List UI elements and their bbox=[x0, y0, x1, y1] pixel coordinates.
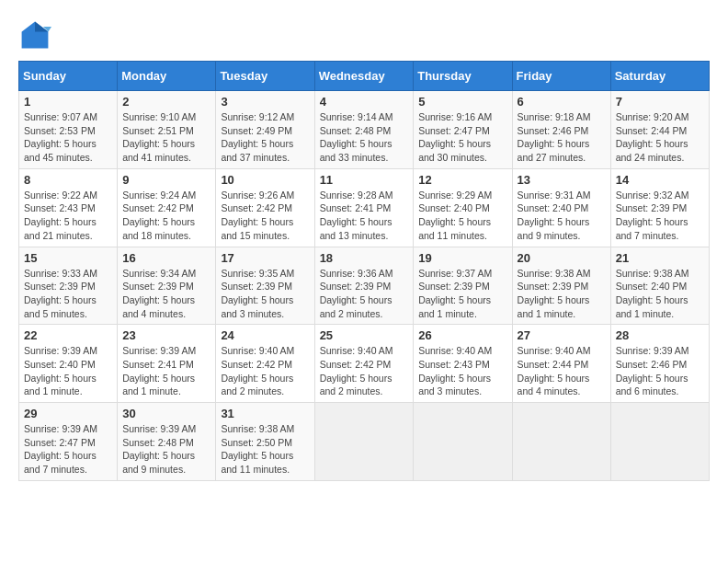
day-number: 21 bbox=[616, 251, 704, 265]
day-info: Sunrise: 9:31 AM Sunset: 2:40 PM Dayligh… bbox=[518, 189, 606, 243]
day-info: Sunrise: 9:26 AM Sunset: 2:42 PM Dayligh… bbox=[221, 189, 309, 243]
day-number: 26 bbox=[418, 328, 506, 342]
day-info: Sunrise: 9:07 AM Sunset: 2:53 PM Dayligh… bbox=[24, 110, 112, 165]
logo bbox=[18, 18, 55, 52]
day-info: Sunrise: 9:14 AM Sunset: 2:48 PM Dayligh… bbox=[320, 110, 409, 165]
day-info: Sunrise: 9:28 AM Sunset: 2:41 PM Dayligh… bbox=[320, 189, 409, 243]
day-number: 2 bbox=[122, 95, 210, 109]
day-number: 25 bbox=[320, 328, 409, 342]
day-number: 10 bbox=[221, 173, 309, 187]
day-info: Sunrise: 9:39 AM Sunset: 2:47 PM Dayligh… bbox=[24, 422, 112, 477]
day-info: Sunrise: 9:10 AM Sunset: 2:51 PM Dayligh… bbox=[122, 110, 210, 165]
day-cell: 13Sunrise: 9:31 AM Sunset: 2:40 PM Dayli… bbox=[512, 168, 610, 247]
day-info: Sunrise: 9:36 AM Sunset: 2:39 PM Dayligh… bbox=[320, 267, 409, 321]
day-info: Sunrise: 9:35 AM Sunset: 2:39 PM Dayligh… bbox=[221, 267, 309, 321]
day-info: Sunrise: 9:33 AM Sunset: 2:39 PM Dayligh… bbox=[24, 267, 112, 321]
day-cell: 1Sunrise: 9:07 AM Sunset: 2:53 PM Daylig… bbox=[19, 91, 118, 169]
day-cell: 16Sunrise: 9:34 AM Sunset: 2:39 PM Dayli… bbox=[118, 247, 216, 325]
page-header bbox=[18, 18, 710, 52]
logo-icon bbox=[18, 18, 51, 52]
day-cell: 11Sunrise: 9:28 AM Sunset: 2:41 PM Dayli… bbox=[314, 168, 414, 247]
day-cell: 23Sunrise: 9:39 AM Sunset: 2:41 PM Dayli… bbox=[118, 325, 216, 403]
day-cell: 18Sunrise: 9:36 AM Sunset: 2:39 PM Dayli… bbox=[314, 247, 414, 325]
day-cell: 24Sunrise: 9:40 AM Sunset: 2:42 PM Dayli… bbox=[216, 325, 314, 403]
day-cell: 7Sunrise: 9:20 AM Sunset: 2:44 PM Daylig… bbox=[610, 91, 709, 169]
day-cell: 19Sunrise: 9:37 AM Sunset: 2:39 PM Dayli… bbox=[414, 247, 512, 325]
day-number: 23 bbox=[122, 328, 210, 342]
day-cell bbox=[314, 403, 414, 481]
day-cell: 12Sunrise: 9:29 AM Sunset: 2:40 PM Dayli… bbox=[414, 168, 512, 247]
day-cell bbox=[512, 403, 610, 481]
day-info: Sunrise: 9:22 AM Sunset: 2:43 PM Dayligh… bbox=[24, 189, 112, 243]
day-number: 31 bbox=[221, 407, 309, 420]
day-number: 30 bbox=[122, 407, 210, 420]
day-cell: 9Sunrise: 9:24 AM Sunset: 2:42 PM Daylig… bbox=[118, 168, 216, 247]
col-header-monday: Monday bbox=[118, 62, 216, 91]
day-cell: 6Sunrise: 9:18 AM Sunset: 2:46 PM Daylig… bbox=[512, 91, 610, 169]
column-headers: SundayMondayTuesdayWednesdayThursdayFrid… bbox=[19, 62, 710, 91]
day-info: Sunrise: 9:39 AM Sunset: 2:40 PM Dayligh… bbox=[24, 344, 112, 398]
day-info: Sunrise: 9:38 AM Sunset: 2:50 PM Dayligh… bbox=[221, 422, 309, 477]
day-cell bbox=[414, 403, 512, 481]
day-cell: 29Sunrise: 9:39 AM Sunset: 2:47 PM Dayli… bbox=[19, 403, 118, 481]
day-number: 9 bbox=[122, 173, 210, 187]
day-info: Sunrise: 9:40 AM Sunset: 2:43 PM Dayligh… bbox=[418, 344, 506, 398]
col-header-thursday: Thursday bbox=[414, 62, 512, 91]
week-row-4: 22Sunrise: 9:39 AM Sunset: 2:40 PM Dayli… bbox=[19, 325, 710, 403]
day-number: 15 bbox=[24, 251, 112, 265]
day-info: Sunrise: 9:18 AM Sunset: 2:46 PM Dayligh… bbox=[518, 110, 606, 165]
day-cell: 30Sunrise: 9:39 AM Sunset: 2:48 PM Dayli… bbox=[118, 403, 216, 481]
day-number: 29 bbox=[24, 407, 112, 420]
day-info: Sunrise: 9:39 AM Sunset: 2:48 PM Dayligh… bbox=[122, 422, 210, 477]
day-number: 4 bbox=[320, 95, 409, 109]
col-header-sunday: Sunday bbox=[19, 62, 118, 91]
day-info: Sunrise: 9:12 AM Sunset: 2:49 PM Dayligh… bbox=[221, 110, 309, 165]
day-info: Sunrise: 9:38 AM Sunset: 2:39 PM Dayligh… bbox=[518, 267, 606, 321]
day-info: Sunrise: 9:24 AM Sunset: 2:42 PM Dayligh… bbox=[122, 189, 210, 243]
day-number: 17 bbox=[221, 251, 309, 265]
week-row-1: 1Sunrise: 9:07 AM Sunset: 2:53 PM Daylig… bbox=[19, 91, 710, 169]
day-info: Sunrise: 9:39 AM Sunset: 2:46 PM Dayligh… bbox=[616, 344, 704, 398]
day-cell: 8Sunrise: 9:22 AM Sunset: 2:43 PM Daylig… bbox=[19, 168, 118, 247]
day-cell: 15Sunrise: 9:33 AM Sunset: 2:39 PM Dayli… bbox=[19, 247, 118, 325]
day-number: 18 bbox=[320, 251, 409, 265]
day-number: 6 bbox=[518, 95, 606, 109]
day-info: Sunrise: 9:29 AM Sunset: 2:40 PM Dayligh… bbox=[418, 189, 506, 243]
day-cell: 2Sunrise: 9:10 AM Sunset: 2:51 PM Daylig… bbox=[118, 91, 216, 169]
day-cell: 27Sunrise: 9:40 AM Sunset: 2:44 PM Dayli… bbox=[512, 325, 610, 403]
day-number: 16 bbox=[122, 251, 210, 265]
day-number: 7 bbox=[616, 95, 704, 109]
day-cell: 14Sunrise: 9:32 AM Sunset: 2:39 PM Dayli… bbox=[610, 168, 709, 247]
day-number: 1 bbox=[24, 95, 112, 109]
day-cell: 26Sunrise: 9:40 AM Sunset: 2:43 PM Dayli… bbox=[414, 325, 512, 403]
day-number: 28 bbox=[616, 328, 704, 342]
day-number: 12 bbox=[418, 173, 506, 187]
day-number: 22 bbox=[24, 328, 112, 342]
day-cell: 25Sunrise: 9:40 AM Sunset: 2:42 PM Dayli… bbox=[314, 325, 414, 403]
week-row-3: 15Sunrise: 9:33 AM Sunset: 2:39 PM Dayli… bbox=[19, 247, 710, 325]
day-info: Sunrise: 9:37 AM Sunset: 2:39 PM Dayligh… bbox=[418, 267, 506, 321]
day-info: Sunrise: 9:20 AM Sunset: 2:44 PM Dayligh… bbox=[616, 110, 704, 165]
day-cell: 28Sunrise: 9:39 AM Sunset: 2:46 PM Dayli… bbox=[610, 325, 709, 403]
day-info: Sunrise: 9:34 AM Sunset: 2:39 PM Dayligh… bbox=[122, 267, 210, 321]
day-cell: 20Sunrise: 9:38 AM Sunset: 2:39 PM Dayli… bbox=[512, 247, 610, 325]
day-number: 11 bbox=[320, 173, 409, 187]
calendar-body: 1Sunrise: 9:07 AM Sunset: 2:53 PM Daylig… bbox=[19, 91, 710, 481]
day-cell: 22Sunrise: 9:39 AM Sunset: 2:40 PM Dayli… bbox=[19, 325, 118, 403]
day-number: 24 bbox=[221, 328, 309, 342]
calendar-table: SundayMondayTuesdayWednesdayThursdayFrid… bbox=[18, 61, 710, 481]
col-header-tuesday: Tuesday bbox=[216, 62, 314, 91]
day-number: 3 bbox=[221, 95, 309, 109]
day-info: Sunrise: 9:16 AM Sunset: 2:47 PM Dayligh… bbox=[418, 110, 506, 165]
day-cell: 3Sunrise: 9:12 AM Sunset: 2:49 PM Daylig… bbox=[216, 91, 314, 169]
col-header-friday: Friday bbox=[512, 62, 610, 91]
day-number: 14 bbox=[616, 173, 704, 187]
day-info: Sunrise: 9:38 AM Sunset: 2:40 PM Dayligh… bbox=[616, 267, 704, 321]
day-cell: 5Sunrise: 9:16 AM Sunset: 2:47 PM Daylig… bbox=[414, 91, 512, 169]
week-row-2: 8Sunrise: 9:22 AM Sunset: 2:43 PM Daylig… bbox=[19, 168, 710, 247]
col-header-wednesday: Wednesday bbox=[314, 62, 414, 91]
day-number: 20 bbox=[518, 251, 606, 265]
day-info: Sunrise: 9:40 AM Sunset: 2:42 PM Dayligh… bbox=[221, 344, 309, 398]
day-number: 27 bbox=[518, 328, 606, 342]
day-cell: 10Sunrise: 9:26 AM Sunset: 2:42 PM Dayli… bbox=[216, 168, 314, 247]
